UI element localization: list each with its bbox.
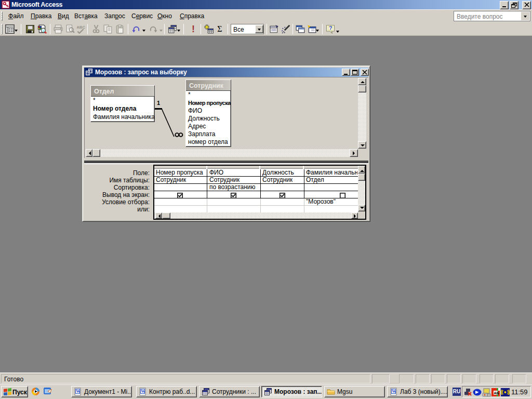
svg-text:ABC: ABC [76,25,85,30]
svg-text:W: W [392,389,396,394]
svg-text:W: W [76,389,80,394]
svg-text:АБ: АБ [494,391,499,395]
svg-text:?: ? [329,25,332,31]
svg-text:W: W [141,389,145,394]
